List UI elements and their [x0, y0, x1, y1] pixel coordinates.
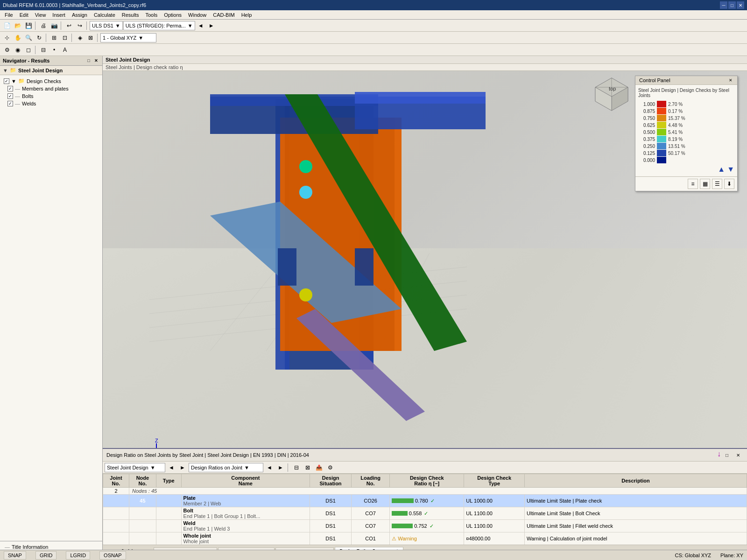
cs-dropdown[interactable]: 1 - Global XYZ ▼ — [100, 33, 156, 42]
bp-prev-button[interactable]: ◄ — [166, 462, 176, 473]
folder-icon: 📁 — [10, 67, 16, 73]
cp-scroll-up[interactable]: ▲ — [718, 165, 725, 174]
cp-scroll-down[interactable]: ▼ — [727, 165, 734, 174]
nav-close-button[interactable]: ✕ — [93, 57, 99, 64]
type-cell — [156, 520, 181, 532]
toolbar-sep-1 — [35, 21, 37, 30]
save-button[interactable]: 💾 — [23, 21, 34, 31]
nav-bolts[interactable]: — Bolts — [6, 92, 100, 100]
bp-filter-button[interactable]: ⊟ — [291, 462, 302, 473]
bp-result-dropdown[interactable]: Design Ratios on Joint ▼ — [189, 463, 263, 472]
redo-button[interactable]: ↪ — [75, 21, 85, 31]
bp-result-next[interactable]: ► — [275, 462, 286, 473]
legend-row-6: 0.250 13.51 % — [638, 143, 734, 149]
cp-bar-button[interactable]: ▦ — [700, 179, 710, 189]
nav-float-button[interactable]: □ — [85, 57, 92, 64]
bp-export-button[interactable]: 📤 — [314, 462, 324, 473]
prev-lc-button[interactable]: ◄ — [196, 21, 206, 31]
view-3d-button[interactable]: ◈ — [75, 33, 85, 43]
legend-color-0 — [657, 101, 666, 107]
zoom-button[interactable]: 🔍 — [23, 33, 34, 43]
new-button[interactable]: 📄 — [2, 21, 12, 31]
select-button[interactable]: ⊹ — [2, 33, 12, 43]
design-checks-checkbox[interactable] — [4, 78, 9, 84]
members-button[interactable]: ⊟ — [38, 45, 49, 55]
loading-no: CO1 — [352, 532, 390, 545]
table-row[interactable]: WeldEnd Plate 1 | Weld 3 DS1 CO7 0.752✓ … — [103, 520, 747, 532]
check-type: ¤48000.00 — [464, 532, 525, 545]
next-lc-button[interactable]: ► — [206, 21, 217, 31]
plane-display: Plane: XY — [720, 553, 743, 558]
bp-module-dropdown[interactable]: Steel Joint Design ▼ — [105, 463, 165, 472]
bp-table-container[interactable]: JointNo. NodeNo. Type ComponentName Desi… — [103, 474, 747, 545]
rotate-button[interactable]: ↻ — [34, 33, 44, 43]
cp-export-button[interactable]: ⬇ — [724, 179, 734, 189]
view-xy-button[interactable]: ⊠ — [85, 33, 96, 43]
menu-assign[interactable]: Assign — [69, 12, 90, 18]
close-button[interactable]: ✕ — [737, 1, 744, 9]
table-row[interactable]: 45 PlateMember 2 | Web DS1 CO26 0.780✓ U… — [103, 495, 747, 507]
zoom-sel-button[interactable]: ⊡ — [60, 33, 70, 43]
bp-settings-button[interactable]: ⚙ — [325, 462, 335, 473]
snap-button[interactable]: SNAP — [4, 551, 26, 560]
menu-tools[interactable]: Tools — [142, 12, 160, 18]
situation: DS1 — [310, 495, 352, 507]
bp-next-button[interactable]: ► — [177, 462, 188, 473]
nav-welds[interactable]: — Welds — [6, 100, 100, 107]
bottom-panel-arrow[interactable]: ↓ — [717, 450, 721, 460]
ratio-cell: ⚠ Warning — [390, 532, 464, 545]
table-row[interactable]: Whole jointWhole joint DS1 CO1 ⚠ Warning… — [103, 532, 747, 545]
svg-point-21 — [299, 186, 312, 199]
menu-insert[interactable]: Insert — [49, 12, 68, 18]
screenshot-button[interactable]: 📷 — [49, 21, 59, 31]
legend-row-0: 1.000 2.70 % — [638, 101, 734, 107]
component-name: PlateMember 2 | Web — [181, 495, 310, 507]
pan-button[interactable]: ✋ — [13, 33, 23, 43]
menu-help[interactable]: Help — [239, 12, 255, 18]
bolts-checkbox[interactable] — [7, 93, 13, 99]
nav-design-checks[interactable]: ▼ 📁 Design Checks — [2, 77, 100, 85]
cp-table-button[interactable]: ≡ — [688, 179, 698, 189]
bp-close-button[interactable]: ✕ — [733, 450, 743, 460]
menu-window[interactable]: Window — [185, 12, 209, 18]
undo-button[interactable]: ↩ — [64, 21, 74, 31]
print-button[interactable]: 🖨 — [38, 21, 49, 31]
menu-view[interactable]: View — [32, 12, 49, 18]
lgrid-button[interactable]: LGRID — [66, 551, 90, 560]
osnap-button[interactable]: OSNAP — [99, 551, 126, 560]
labels-button[interactable]: Α — [60, 45, 70, 55]
menu-options[interactable]: Options — [161, 12, 184, 18]
load-case-dropdown[interactable]: ULS DS1 ▼ — [90, 21, 123, 30]
ratio-cell: 0.558✓ — [390, 507, 464, 520]
minimize-button[interactable]: ─ — [720, 1, 727, 9]
bp-result-prev[interactable]: ◄ — [264, 462, 275, 473]
menu-results[interactable]: Results — [119, 12, 142, 18]
zoom-all-button[interactable]: ⊞ — [49, 33, 59, 43]
nodes-button[interactable]: • — [49, 45, 59, 55]
maximize-button[interactable]: □ — [728, 1, 736, 9]
members-plates-checkbox[interactable] — [7, 86, 13, 91]
cp-close-button[interactable]: ✕ — [728, 77, 733, 83]
legend-row-5: 0.375 8.19 % — [638, 136, 734, 142]
menu-cad-bim[interactable]: CAD-BIM — [210, 12, 237, 18]
menu-file[interactable]: File — [2, 12, 16, 18]
node-no — [129, 520, 156, 532]
nav-members-plates[interactable]: — Members and plates — [6, 85, 100, 92]
cp-list-button[interactable]: ☰ — [712, 179, 722, 189]
svg-rect-13 — [210, 97, 378, 134]
grid-button[interactable]: GRID — [35, 551, 57, 560]
welds-checkbox[interactable] — [7, 101, 13, 106]
wireframe-button[interactable]: ◻ — [23, 45, 34, 55]
th-node: NodeNo. — [129, 474, 156, 488]
table-row[interactable]: BoltEnd Plate 1 | Bolt Group 1 | Bolt...… — [103, 507, 747, 520]
cube-navigator[interactable]: top — [593, 76, 630, 113]
render-button[interactable]: ◉ — [13, 45, 23, 55]
load-combo-dropdown[interactable]: ULS (STR/GEO): Perma... ▼ — [123, 21, 195, 30]
node-no: 45 — [129, 495, 156, 507]
menu-calculate[interactable]: Calculate — [91, 12, 118, 18]
bp-sort-button[interactable]: ⊠ — [303, 462, 313, 473]
menu-edit[interactable]: Edit — [17, 12, 31, 18]
open-button[interactable]: 📂 — [13, 21, 23, 31]
display-options-button[interactable]: ⚙ — [2, 45, 12, 55]
bp-float-button[interactable]: □ — [722, 450, 732, 460]
